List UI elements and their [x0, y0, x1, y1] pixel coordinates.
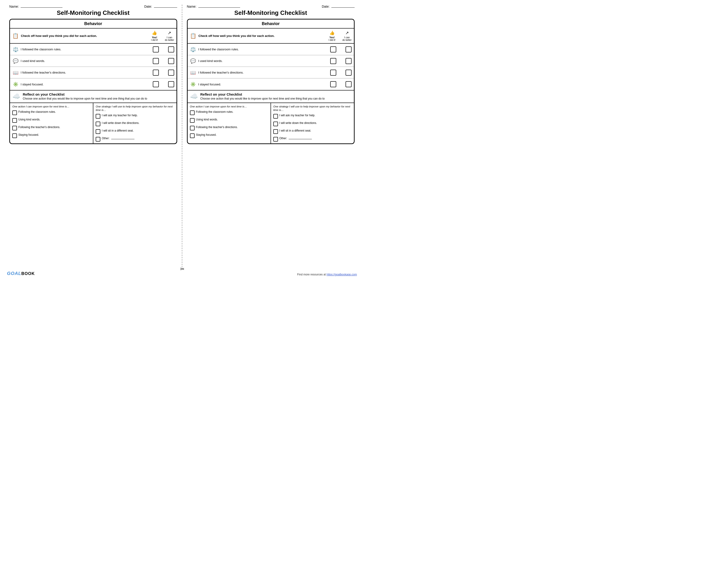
left-other-line[interactable]: [111, 139, 134, 139]
left-behavior-row-4: ✳️ I stayed focused.: [10, 78, 176, 90]
right-scales-icon: ⚖️: [190, 47, 196, 52]
right-action-item-2-4: Other:: [273, 137, 352, 142]
right-other-line[interactable]: [289, 139, 312, 139]
right-reflect-section: ☁️ Reflect on your Checklist Choose one …: [188, 91, 354, 103]
right-behavior-row-2: 💬 I used kind words.: [188, 55, 354, 67]
right-behavior-row-4: ✳️ I stayed focused.: [188, 78, 354, 90]
left-cloud-icon: ☁️: [12, 92, 20, 100]
right-action-text-2-4: Other:: [279, 137, 312, 140]
left-action-item-2-3: I will sit in a different seat.: [96, 129, 174, 134]
right-action-item-1-2: Using kind words.: [190, 118, 268, 123]
left-improve-icon: ↗: [168, 30, 171, 36]
right-yes-cb-4[interactable]: [330, 81, 336, 87]
left-action-cb-1-4[interactable]: [12, 134, 17, 138]
left-action-cb-2-2[interactable]: [96, 122, 100, 126]
right-behavior-text-4: I stayed focused.: [198, 83, 330, 86]
right-action-item-1-1: Following the classroom rules.: [190, 110, 268, 115]
left-checkboxes-2: [153, 58, 174, 64]
left-action-cb-2-4[interactable]: [96, 137, 100, 142]
left-action-text-1-1: Following the classroom rules.: [18, 110, 56, 114]
left-can-cb-3[interactable]: [168, 70, 174, 76]
right-name-line[interactable]: [198, 7, 240, 8]
scissors-icon: ✂: [180, 266, 184, 272]
right-action-item-2-2: I will write down the directions.: [273, 121, 352, 126]
left-yes-cb-1[interactable]: [153, 46, 159, 52]
right-can-label: ↗ I can do better: [343, 30, 352, 41]
left-action-cb-1-3[interactable]: [12, 126, 17, 130]
left-action-item-1-2: Using kind words.: [12, 118, 91, 123]
right-book-icon: 📖: [190, 70, 196, 75]
right-rating-labels: 👍 Yes! I did it! ↗ I can do better: [329, 30, 352, 41]
left-date-line[interactable]: [154, 7, 177, 8]
right-action-cb-1-2[interactable]: [190, 118, 195, 123]
left-action-cb-1-2[interactable]: [12, 118, 17, 123]
right-behavior-text-2: I used kind words.: [198, 59, 330, 63]
right-yes-cb-2[interactable]: [330, 58, 336, 64]
right-action-cb-2-4[interactable]: [273, 137, 278, 142]
right-can-cb-3[interactable]: [346, 70, 352, 76]
right-date-line[interactable]: [331, 7, 355, 8]
right-action-text-2-3: I will sit in a different seat.: [279, 129, 311, 133]
right-action-cb-1-4[interactable]: [190, 134, 195, 138]
left-action-item-2-4: Other:: [96, 137, 174, 142]
right-reflect-body: Choose one action that you would like to…: [200, 97, 325, 101]
right-yes-cb-1[interactable]: [330, 46, 336, 52]
right-reflect-text-block: Reflect on your Checklist Choose one act…: [200, 92, 325, 101]
right-can-cb-4[interactable]: [346, 81, 352, 87]
left-name-line[interactable]: [21, 7, 62, 8]
left-page-title: Self-Monitoring Checklist: [9, 9, 177, 16]
left-checkboxes-3: [153, 70, 174, 76]
left-yes-cb-2[interactable]: [153, 58, 159, 64]
left-rating-labels: 👍 Yes! I did it! ↗ I can do better: [151, 30, 174, 41]
left-behavior-rows: ⚖️ I followed the classroom rules. 💬 I u…: [10, 44, 176, 91]
right-yes-cb-3[interactable]: [330, 70, 336, 76]
right-action-cb-1-3[interactable]: [190, 126, 195, 130]
right-action-cb-2-2[interactable]: [273, 122, 278, 126]
left-check-instruction-row: 📋 Check off how well you think you did f…: [10, 29, 176, 44]
left-action-col-2: One strategy I will use to help improve …: [93, 103, 176, 143]
left-behavior-row-2: 💬 I used kind words.: [10, 55, 176, 67]
left-action-col2-header: One strategy I will use to help improve …: [96, 105, 174, 112]
left-action-cb-2-1[interactable]: [96, 114, 100, 119]
right-name-field: Name:: [187, 5, 240, 8]
col-divider: ✂: [182, 5, 182, 268]
left-action-cb-1-1[interactable]: [12, 111, 17, 115]
right-focus-icon: ✳️: [190, 81, 196, 87]
left-behavior-row-3: 📖 I followed the teacher's directions.: [10, 67, 176, 78]
right-behavior-text-1: I followed the classroom rules.: [198, 48, 330, 51]
left-can-cb-4[interactable]: [168, 81, 174, 87]
left-action-text-1-3: Following the teacher's directions.: [18, 126, 60, 129]
left-action-cb-2-3[interactable]: [96, 129, 100, 134]
left-can-label: ↗ I can do better: [165, 30, 174, 41]
left-checkboxes-1: [153, 46, 174, 52]
right-cloud-icon: ☁️: [190, 92, 198, 100]
right-can-cb-1[interactable]: [346, 46, 352, 52]
right-action-cb-1-1[interactable]: [190, 111, 195, 115]
left-yes-cb-3[interactable]: [153, 70, 159, 76]
right-action-text-2-1: I will ask my teacher for help.: [279, 114, 315, 117]
right-behavior-text-3: I followed the teacher's directions.: [198, 71, 330, 74]
right-action-col1-header: One action I can improve upon for next t…: [190, 105, 268, 108]
right-checkboxes-2: [330, 58, 352, 64]
right-action-text-1-4: Staying focused.: [196, 133, 217, 137]
left-action-grid: One action I can improve upon for next t…: [10, 103, 176, 143]
footer-text: Find more resources at: [297, 273, 327, 276]
right-action-col-1: One action I can improve upon for next t…: [188, 103, 271, 143]
right-action-cb-2-1[interactable]: [273, 114, 278, 119]
footer-url[interactable]: https://goalbookapp.com: [326, 273, 357, 276]
right-yes-label: 👍 Yes! I did it!: [329, 30, 335, 41]
left-can-cb-2[interactable]: [168, 58, 174, 64]
left-action-item-2-1: I will ask my teacher for help.: [96, 114, 174, 119]
left-reflect-title: Reflect on your Checklist: [23, 92, 147, 96]
right-action-cb-2-3[interactable]: [273, 129, 278, 134]
right-action-col2-header: One strategy I will use to help improve …: [273, 105, 352, 112]
left-yes-cb-4[interactable]: [153, 81, 159, 87]
right-behavior-row-3: 📖 I followed the teacher's directions.: [188, 67, 354, 78]
right-check-instruction-row: 📋 Check off how well you think you did f…: [188, 29, 354, 44]
right-can-cb-2[interactable]: [346, 58, 352, 64]
right-checkboxes-3: [330, 70, 352, 76]
left-can-cb-1[interactable]: [168, 46, 174, 52]
right-checkboxes-1: [330, 46, 352, 52]
left-action-col-1: One action I can improve upon for next t…: [10, 103, 93, 143]
right-checklist-card: Behavior 📋 Check off how well you think …: [187, 19, 355, 144]
